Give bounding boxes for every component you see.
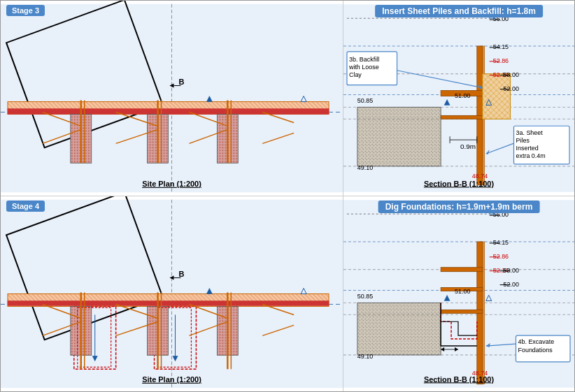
svg-text:51.00: 51.00 [455,289,470,296]
svg-text:0.9m: 0.9m [460,143,476,150]
svg-rect-47 [441,115,483,119]
stage4-section: Stage 4 B [1,196,574,391]
stage3-plan-svg: B [1,1,343,196]
svg-text:3b. Backfill: 3b. Backfill [349,56,379,63]
stage4-label: Stage 4 [6,201,45,212]
svg-text:with Loose: with Loose [348,64,379,71]
svg-rect-12 [8,108,329,114]
stage3-section-svg: 0.9m 56.00 54.15 52.86 52.14 53.00 52.00… [343,1,574,196]
stage4-title: Dig Foundations: h=1.9m+1.9m berm [378,201,540,213]
svg-text:Site Plan (1:200): Site Plan (1:200) [142,375,201,384]
stage3-section: Stage 3 B [1,1,574,196]
svg-rect-37 [357,107,441,166]
svg-text:Section B-B (1:100): Section B-B (1:100) [424,180,494,188]
svg-text:Inserted: Inserted [516,145,539,152]
svg-text:48.74: 48.74 [472,173,488,180]
svg-text:52.86: 52.86 [493,253,509,260]
svg-text:49.10: 49.10 [357,353,373,360]
svg-text:Foundations: Foundations [518,347,553,354]
svg-text:B: B [178,78,184,86]
svg-text:Site Plan (1:200): Site Plan (1:200) [142,180,201,188]
stage3-section-panel: Insert Sheet Piles and Backfill: h=1.8m [343,1,574,196]
svg-text:52.00: 52.00 [504,281,519,288]
stage3-title: Insert Sheet Piles and Backfill: h=1.8m [375,5,543,17]
stage4-site-plan: Stage 4 B [1,196,343,391]
stage4-plan-svg: B [1,196,343,391]
svg-text:53.00: 53.00 [504,267,519,274]
svg-text:B: B [178,270,184,278]
stage4-section-svg: 56.00 54.15 52.86 52.14 53.00 52.00 51.0… [343,196,574,391]
svg-text:Piles: Piles [516,137,530,144]
svg-text:extra 0.4m: extra 0.4m [516,152,546,159]
svg-rect-137 [441,268,483,272]
stage4-section-panel: Dig Foundations: h=1.9m+1.9m berm [343,196,574,391]
svg-text:50.85: 50.85 [357,293,373,300]
svg-text:49.10: 49.10 [357,164,373,171]
svg-rect-51 [483,74,511,119]
svg-text:52.00: 52.00 [504,85,519,92]
svg-text:51.00: 51.00 [455,93,470,100]
svg-rect-136 [483,242,485,384]
svg-text:4b. Excavate: 4b. Excavate [518,338,554,345]
svg-text:Section B-B (1:100): Section B-B (1:100) [424,375,494,384]
stage3-label: Stage 3 [6,5,45,16]
svg-rect-98 [8,300,329,305]
svg-text:53.00: 53.00 [504,71,519,78]
stage3-site-plan: Stage 3 B [1,1,343,196]
svg-text:Clay: Clay [349,71,362,78]
svg-text:54.15: 54.15 [493,43,509,50]
svg-text:54.15: 54.15 [493,239,509,246]
svg-text:50.85: 50.85 [357,97,373,104]
svg-rect-139 [441,310,483,313]
svg-rect-128 [357,303,441,355]
svg-text:52.86: 52.86 [493,57,509,64]
svg-text:3a. Sheet: 3a. Sheet [516,129,544,136]
main-container: Stage 3 B [0,0,575,392]
